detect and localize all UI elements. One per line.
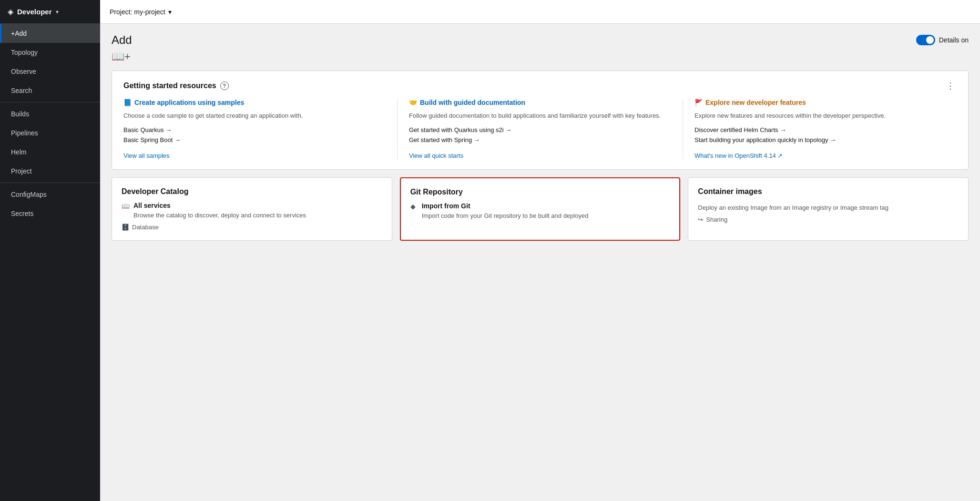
- main-content: Project: my-project ▾ Add Details on 📖+ …: [100, 0, 980, 501]
- features-title: Explore new developer features: [705, 99, 806, 106]
- whats-new-link[interactable]: What's new in OpenShift 4.14 ↗: [694, 152, 783, 159]
- getting-started-card: Getting started resources ? ⋮ 📘 Create a…: [112, 71, 969, 170]
- developer-catalog-card: Developer Catalog 📖 All services Browse …: [112, 177, 392, 241]
- topbar: Project: my-project ▾: [100, 0, 980, 24]
- developer-icon: ◈: [8, 7, 13, 16]
- import-from-git-title: Import from Git: [422, 202, 589, 210]
- helm-charts-link[interactable]: Discover certified Helm Charts →: [694, 126, 957, 133]
- git-icon: ◆: [410, 203, 418, 210]
- import-from-git-desc: Import code from your Git repository to …: [422, 212, 589, 220]
- gs-title-text: Getting started resources: [123, 82, 216, 90]
- sidebar-item-search-label: Search: [11, 87, 32, 94]
- view-all-quick-starts-link[interactable]: View all quick starts: [409, 152, 463, 159]
- sidebar-divider-2: [0, 183, 100, 183]
- book-icon: 📘: [123, 99, 132, 106]
- sidebar-item-builds-label: Builds: [11, 110, 29, 118]
- flag-icon: 🚩: [694, 99, 703, 106]
- sidebar-divider-1: [0, 102, 100, 102]
- import-from-git-item[interactable]: ◆ Import from Git Import code from your …: [410, 202, 670, 220]
- container-images-title: Container images: [698, 187, 959, 196]
- sidebar-item-pipelines[interactable]: Pipelines: [0, 123, 100, 143]
- features-links: Discover certified Helm Charts → Start b…: [694, 126, 957, 143]
- book-plus-icon: 📖+: [112, 51, 131, 62]
- developer-catalog-title: Developer Catalog: [122, 187, 382, 196]
- database-item[interactable]: 🗄️ Database: [122, 224, 382, 231]
- sharing-label: Sharing: [706, 216, 727, 223]
- container-images-item[interactable]: Deploy an existing Image from an Image r…: [698, 202, 959, 212]
- all-services-title: All services: [133, 202, 306, 209]
- sidebar-item-helm[interactable]: Helm: [0, 143, 100, 162]
- samples-desc: Choose a code sample to get started crea…: [123, 111, 386, 121]
- git-repository-title: Git Repository: [410, 188, 670, 196]
- topology-link[interactable]: Start building your application quickly …: [694, 136, 957, 143]
- samples-links: Basic Quarkus → Basic Spring Boot →: [123, 126, 386, 143]
- spring-link[interactable]: Get started with Spring →: [409, 136, 671, 143]
- sidebar-item-project[interactable]: Project: [0, 162, 100, 181]
- details-toggle[interactable]: [916, 35, 935, 45]
- features-link[interactable]: 🚩 Explore new developer features: [694, 99, 957, 106]
- sidebar-item-configmaps[interactable]: ConfigMaps: [0, 185, 100, 204]
- guided-desc: Follow guided documentation to build app…: [409, 111, 671, 121]
- database-icon: 🗄️: [122, 224, 129, 231]
- kebab-menu-icon[interactable]: ⋮: [944, 81, 957, 91]
- sharing-icon: ↪: [698, 216, 703, 223]
- gs-column-samples: 📘 Create applications using samples Choo…: [123, 99, 398, 160]
- guided-link[interactable]: 🤝 Build with guided documentation: [409, 99, 671, 106]
- add-page-icon: 📖+: [112, 51, 969, 63]
- gs-columns: 📘 Create applications using samples Choo…: [123, 99, 957, 160]
- gs-column-guided: 🤝 Build with guided documentation Follow…: [409, 99, 683, 160]
- catalog-grid: Developer Catalog 📖 All services Browse …: [112, 177, 969, 241]
- sidebar-item-configmaps-label: ConfigMaps: [11, 191, 47, 198]
- view-all-samples-link[interactable]: View all samples: [123, 152, 170, 159]
- sidebar-item-search[interactable]: Search: [0, 81, 100, 100]
- features-desc: Explore new features and resources withi…: [694, 111, 957, 121]
- quarkus-s2i-link[interactable]: Get started with Quarkus using s2i →: [409, 126, 671, 133]
- project-chevron-icon: ▾: [168, 8, 172, 16]
- samples-title: Create applications using samples: [134, 99, 244, 106]
- guided-links: Get started with Quarkus using s2i → Get…: [409, 126, 671, 143]
- page-title: Add: [112, 33, 132, 47]
- help-icon[interactable]: ?: [220, 82, 229, 90]
- project-selector[interactable]: Project: my-project ▾: [110, 8, 172, 16]
- sharing-item[interactable]: ↪ Sharing: [698, 216, 959, 223]
- page-content: Add Details on 📖+ Getting started resour…: [100, 24, 980, 501]
- spring-boot-link[interactable]: Basic Spring Boot →: [123, 136, 386, 143]
- details-toggle-row: Details on: [916, 35, 969, 45]
- git-repository-card: Git Repository ◆ Import from Git Import …: [400, 177, 681, 241]
- page-title-row: Add Details on: [112, 33, 969, 47]
- sidebar-item-secrets-label: Secrets: [11, 210, 33, 217]
- sidebar-item-add[interactable]: +Add: [0, 24, 100, 43]
- gs-column-features: 🚩 Explore new developer features Explore…: [694, 99, 957, 160]
- project-label: Project: my-project: [110, 8, 165, 16]
- container-images-desc: Deploy an existing Image from an Image r…: [698, 204, 888, 212]
- sidebar-item-topology[interactable]: Topology: [0, 43, 100, 62]
- sidebar-item-add-label: +Add: [11, 30, 27, 37]
- sidebar-item-observe-label: Observe: [11, 68, 36, 75]
- book-services-icon: 📖: [122, 202, 130, 210]
- sidebar-item-builds[interactable]: Builds: [0, 104, 100, 123]
- all-services-desc: Browse the catalog to discover, deploy a…: [133, 211, 306, 220]
- sidebar-item-helm-label: Helm: [11, 148, 27, 156]
- sidebar-item-pipelines-label: Pipelines: [11, 129, 38, 137]
- quarkus-link[interactable]: Basic Quarkus →: [123, 126, 386, 133]
- sidebar-item-project-label: Project: [11, 167, 32, 175]
- sidebar-header[interactable]: ◈ Developer ▾: [0, 0, 100, 24]
- container-images-card: Container images Deploy an existing Imag…: [688, 177, 969, 241]
- guided-icon: 🤝: [409, 99, 417, 106]
- sidebar: ◈ Developer ▾ +Add Topology Observe Sear…: [0, 0, 100, 501]
- sidebar-chevron-icon: ▾: [56, 9, 59, 15]
- sidebar-item-observe[interactable]: Observe: [0, 62, 100, 81]
- sidebar-item-secrets[interactable]: Secrets: [0, 204, 100, 223]
- gs-title: Getting started resources ?: [123, 82, 229, 90]
- database-label: Database: [132, 224, 159, 231]
- sidebar-brand-title: Developer: [17, 8, 52, 16]
- guided-title: Build with guided documentation: [420, 99, 525, 106]
- details-label: Details on: [939, 36, 969, 44]
- samples-link[interactable]: 📘 Create applications using samples: [123, 99, 386, 106]
- all-services-item[interactable]: 📖 All services Browse the catalog to dis…: [122, 202, 382, 220]
- sidebar-item-topology-label: Topology: [11, 49, 38, 56]
- gs-header: Getting started resources ? ⋮: [123, 81, 957, 91]
